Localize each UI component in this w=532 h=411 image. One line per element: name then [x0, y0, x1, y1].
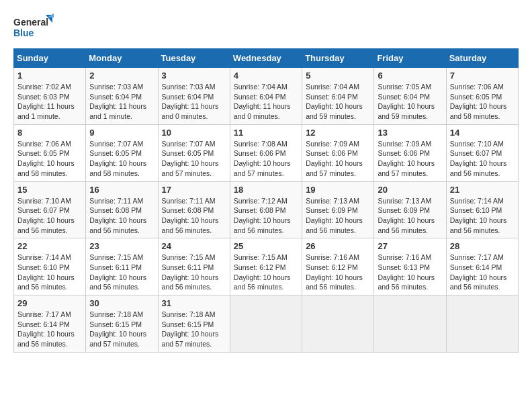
day-number: 11 — [234, 128, 298, 138]
day-info: Sunrise: 7:06 AM Sunset: 6:05 PM Dayligh… — [450, 82, 515, 122]
weekday-header: Sunday — [14, 49, 86, 68]
day-number: 20 — [378, 185, 442, 195]
day-info: Sunrise: 7:18 AM Sunset: 6:15 PM Dayligh… — [89, 310, 154, 349]
day-info: Sunrise: 7:14 AM Sunset: 6:10 PM Dayligh… — [17, 253, 82, 292]
calendar-header-row: SundayMondayTuesdayWednesdayThursdayFrid… — [14, 49, 519, 68]
calendar-cell: 27Sunrise: 7:16 AM Sunset: 6:13 PM Dayli… — [374, 238, 446, 295]
calendar-cell: 28Sunrise: 7:17 AM Sunset: 6:14 PM Dayli… — [446, 238, 518, 295]
day-number: 12 — [306, 128, 370, 138]
day-info: Sunrise: 7:03 AM Sunset: 6:04 PM Dayligh… — [89, 82, 154, 122]
weekday-header: Monday — [86, 49, 158, 68]
svg-text:General: General — [13, 17, 48, 28]
calendar-week-row: 29Sunrise: 7:17 AM Sunset: 6:14 PM Dayli… — [14, 295, 519, 353]
calendar-cell: 9Sunrise: 7:07 AM Sunset: 6:05 PM Daylig… — [86, 124, 158, 181]
weekday-header: Friday — [374, 49, 446, 68]
day-info: Sunrise: 7:02 AM Sunset: 6:03 PM Dayligh… — [17, 82, 82, 122]
day-number: 30 — [89, 298, 154, 308]
calendar-cell: 21Sunrise: 7:14 AM Sunset: 6:10 PM Dayli… — [446, 181, 518, 238]
calendar-cell: 20Sunrise: 7:13 AM Sunset: 6:09 PM Dayli… — [374, 181, 446, 238]
day-number: 26 — [306, 241, 370, 251]
logo: General Blue — [13, 13, 54, 43]
calendar-cell: 11Sunrise: 7:08 AM Sunset: 6:06 PM Dayli… — [230, 124, 302, 181]
day-number: 18 — [234, 185, 298, 195]
calendar-week-row: 1Sunrise: 7:02 AM Sunset: 6:03 PM Daylig… — [14, 68, 519, 125]
calendar-cell — [230, 295, 302, 353]
day-number: 17 — [162, 185, 226, 195]
calendar-cell: 2Sunrise: 7:03 AM Sunset: 6:04 PM Daylig… — [86, 68, 158, 125]
day-info: Sunrise: 7:11 AM Sunset: 6:08 PM Dayligh… — [162, 196, 226, 236]
day-number: 27 — [378, 241, 442, 251]
day-info: Sunrise: 7:05 AM Sunset: 6:04 PM Dayligh… — [378, 82, 442, 122]
calendar-week-row: 15Sunrise: 7:10 AM Sunset: 6:07 PM Dayli… — [14, 181, 519, 238]
day-info: Sunrise: 7:16 AM Sunset: 6:12 PM Dayligh… — [306, 253, 370, 292]
day-info: Sunrise: 7:09 AM Sunset: 6:06 PM Dayligh… — [378, 139, 442, 179]
day-number: 7 — [450, 71, 515, 81]
day-info: Sunrise: 7:10 AM Sunset: 6:07 PM Dayligh… — [17, 196, 82, 236]
day-number: 10 — [162, 128, 226, 138]
day-number: 3 — [162, 71, 226, 81]
weekday-header: Thursday — [302, 49, 374, 68]
day-number: 15 — [17, 185, 82, 195]
calendar-cell: 26Sunrise: 7:16 AM Sunset: 6:12 PM Dayli… — [302, 238, 374, 295]
calendar-cell: 25Sunrise: 7:15 AM Sunset: 6:12 PM Dayli… — [230, 238, 302, 295]
day-info: Sunrise: 7:03 AM Sunset: 6:04 PM Dayligh… — [162, 82, 226, 122]
day-number: 19 — [306, 185, 370, 195]
day-number: 24 — [162, 241, 226, 251]
day-info: Sunrise: 7:13 AM Sunset: 6:09 PM Dayligh… — [306, 196, 370, 236]
calendar-cell: 19Sunrise: 7:13 AM Sunset: 6:09 PM Dayli… — [302, 181, 374, 238]
day-info: Sunrise: 7:16 AM Sunset: 6:13 PM Dayligh… — [378, 253, 442, 292]
calendar-cell: 17Sunrise: 7:11 AM Sunset: 6:08 PM Dayli… — [158, 181, 230, 238]
day-info: Sunrise: 7:04 AM Sunset: 6:04 PM Dayligh… — [306, 82, 370, 122]
day-number: 2 — [89, 71, 154, 81]
day-number: 28 — [450, 241, 515, 251]
calendar-week-row: 22Sunrise: 7:14 AM Sunset: 6:10 PM Dayli… — [14, 238, 519, 295]
day-number: 6 — [378, 71, 442, 81]
calendar-cell: 1Sunrise: 7:02 AM Sunset: 6:03 PM Daylig… — [14, 68, 86, 125]
calendar-cell — [302, 295, 374, 353]
day-number: 13 — [378, 128, 442, 138]
calendar-cell: 29Sunrise: 7:17 AM Sunset: 6:14 PM Dayli… — [14, 295, 86, 353]
day-info: Sunrise: 7:17 AM Sunset: 6:14 PM Dayligh… — [17, 310, 82, 349]
calendar-cell: 12Sunrise: 7:09 AM Sunset: 6:06 PM Dayli… — [302, 124, 374, 181]
calendar-cell: 30Sunrise: 7:18 AM Sunset: 6:15 PM Dayli… — [86, 295, 158, 353]
day-info: Sunrise: 7:07 AM Sunset: 6:05 PM Dayligh… — [162, 139, 226, 179]
calendar-cell: 16Sunrise: 7:11 AM Sunset: 6:08 PM Dayli… — [86, 181, 158, 238]
day-number: 8 — [17, 128, 82, 138]
day-number: 5 — [306, 71, 370, 81]
day-info: Sunrise: 7:04 AM Sunset: 6:04 PM Dayligh… — [234, 82, 298, 122]
calendar-cell: 3Sunrise: 7:03 AM Sunset: 6:04 PM Daylig… — [158, 68, 230, 125]
day-info: Sunrise: 7:12 AM Sunset: 6:08 PM Dayligh… — [234, 196, 298, 236]
calendar-cell: 18Sunrise: 7:12 AM Sunset: 6:08 PM Dayli… — [230, 181, 302, 238]
day-number: 29 — [17, 298, 82, 308]
day-info: Sunrise: 7:07 AM Sunset: 6:05 PM Dayligh… — [89, 139, 154, 179]
calendar-cell — [446, 295, 518, 353]
day-info: Sunrise: 7:14 AM Sunset: 6:10 PM Dayligh… — [450, 196, 515, 236]
weekday-header: Saturday — [446, 49, 518, 68]
day-info: Sunrise: 7:08 AM Sunset: 6:06 PM Dayligh… — [234, 139, 298, 179]
calendar-cell: 23Sunrise: 7:15 AM Sunset: 6:11 PM Dayli… — [86, 238, 158, 295]
day-number: 25 — [234, 241, 298, 251]
calendar-cell: 14Sunrise: 7:10 AM Sunset: 6:07 PM Dayli… — [446, 124, 518, 181]
day-number: 23 — [89, 241, 154, 251]
day-info: Sunrise: 7:11 AM Sunset: 6:08 PM Dayligh… — [89, 196, 154, 236]
day-number: 31 — [162, 298, 226, 308]
calendar-cell: 15Sunrise: 7:10 AM Sunset: 6:07 PM Dayli… — [14, 181, 86, 238]
day-info: Sunrise: 7:15 AM Sunset: 6:11 PM Dayligh… — [89, 253, 154, 292]
calendar-cell: 10Sunrise: 7:07 AM Sunset: 6:05 PM Dayli… — [158, 124, 230, 181]
svg-text:Blue: Blue — [13, 28, 34, 38]
calendar-cell: 4Sunrise: 7:04 AM Sunset: 6:04 PM Daylig… — [230, 68, 302, 125]
calendar-cell: 5Sunrise: 7:04 AM Sunset: 6:04 PM Daylig… — [302, 68, 374, 125]
calendar-cell: 8Sunrise: 7:06 AM Sunset: 6:05 PM Daylig… — [14, 124, 86, 181]
day-info: Sunrise: 7:18 AM Sunset: 6:15 PM Dayligh… — [162, 310, 226, 349]
day-number: 4 — [234, 71, 298, 81]
day-info: Sunrise: 7:10 AM Sunset: 6:07 PM Dayligh… — [450, 139, 515, 179]
calendar-cell: 22Sunrise: 7:14 AM Sunset: 6:10 PM Dayli… — [14, 238, 86, 295]
calendar-week-row: 8Sunrise: 7:06 AM Sunset: 6:05 PM Daylig… — [14, 124, 519, 181]
logo-icon: General Blue — [13, 13, 54, 43]
day-number: 16 — [89, 185, 154, 195]
header: General Blue — [13, 13, 519, 43]
day-info: Sunrise: 7:06 AM Sunset: 6:05 PM Dayligh… — [17, 139, 82, 179]
day-number: 14 — [450, 128, 515, 138]
day-info: Sunrise: 7:09 AM Sunset: 6:06 PM Dayligh… — [306, 139, 370, 179]
day-info: Sunrise: 7:15 AM Sunset: 6:11 PM Dayligh… — [162, 253, 226, 292]
